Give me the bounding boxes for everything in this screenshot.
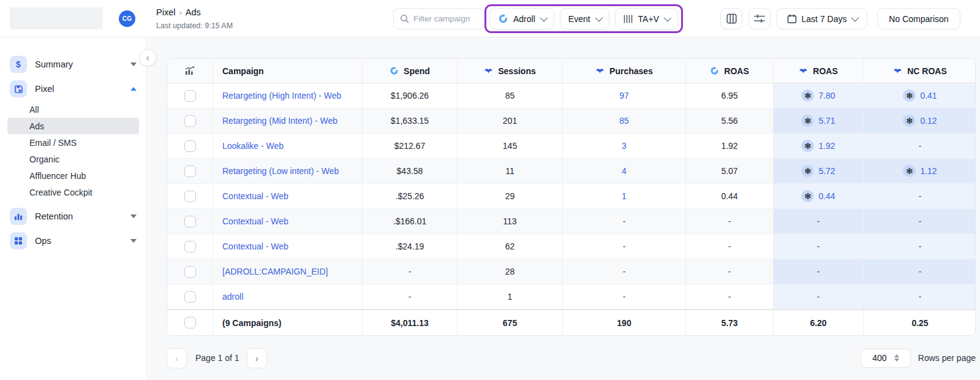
analytics-chart-icon [184, 66, 196, 76]
nc-roas-cell: 0.25 [864, 310, 976, 335]
totals-label: (9 Campaigns) [222, 318, 281, 328]
sidebar-item-ads[interactable]: Ads [7, 118, 139, 134]
prev-page-button[interactable]: ‹ [167, 348, 187, 368]
row-checkbox[interactable] [184, 115, 196, 127]
sidebar-item-label: Summary [35, 59, 130, 69]
nc-roas-cell: - [864, 234, 976, 259]
campaign-link[interactable]: Contextual - Web [222, 191, 288, 201]
search-icon [400, 14, 409, 23]
spend-cell: $1,906.26 [363, 83, 458, 108]
row-select-cell [167, 83, 213, 108]
date-range-button[interactable]: Last 7 Days [777, 8, 867, 29]
campaign-link[interactable]: Retargeting (High Intent) - Web [222, 91, 341, 101]
row-checkbox[interactable] [184, 291, 196, 303]
sessions-cell: 29 [458, 184, 563, 209]
empty-value: - [409, 292, 412, 302]
settings-button[interactable] [748, 8, 771, 29]
row-checkbox[interactable] [184, 90, 196, 102]
chevron-down-icon [130, 215, 137, 218]
sidebar-item-retention[interactable]: Retention [0, 204, 146, 229]
search-input[interactable] [413, 14, 477, 23]
row-checkbox[interactable] [184, 266, 196, 278]
row-checkbox[interactable] [184, 216, 196, 227]
rows-per-page-select[interactable]: 400 [861, 349, 911, 368]
header-cell-spend[interactable]: Spend [363, 59, 458, 83]
row-select-cell [167, 259, 213, 284]
campaign-cell: [ADROLL:CAMPAIGN_EID] [213, 259, 363, 284]
bars-icon [624, 15, 633, 23]
nc-roas-cell: - [864, 184, 976, 209]
campaign-cell: Contextual - Web [213, 184, 363, 209]
nc-roas-cell: 0.41 [864, 83, 976, 108]
last-updated-text: Last updated: 9:15 AM [156, 21, 233, 30]
purchases-link[interactable]: 97 [619, 91, 629, 101]
campaign-link[interactable]: Contextual - Web [222, 216, 288, 226]
columns-button[interactable] [720, 8, 742, 29]
row-checkbox[interactable] [184, 140, 196, 152]
spend-cell: - [363, 284, 458, 310]
sidebar-item-affluencer-hub[interactable]: Affluencer Hub [7, 167, 139, 184]
header-cell-purchases[interactable]: Purchases [563, 59, 686, 83]
row-select-cell [167, 108, 213, 134]
empty-value: - [919, 191, 922, 201]
purchases-link[interactable]: 4 [622, 166, 627, 176]
row-checkbox[interactable] [184, 241, 196, 253]
campaign-link[interactable]: Contextual - Web [222, 241, 288, 251]
sidebar-item-pixel[interactable]: Pixel [0, 77, 146, 101]
avatar[interactable]: CG [119, 10, 135, 27]
adroll-icon [390, 66, 399, 75]
campaign-filter-search[interactable] [393, 8, 484, 29]
spend-cell: $1,633.15 [363, 108, 458, 134]
campaign-cell: Contextual - Web [213, 209, 363, 234]
campaign-link[interactable]: adroll [222, 292, 243, 302]
campaign-link[interactable]: Lookalike - Web [222, 141, 284, 151]
row-checkbox[interactable] [184, 317, 196, 329]
empty-value: - [623, 292, 626, 302]
header-cell-sessions[interactable]: Sessions [458, 59, 563, 83]
pixel-badge-icon [903, 115, 916, 127]
roas-tw-cell: - [774, 234, 864, 259]
source-dropdown[interactable]: Adroll [489, 8, 554, 29]
sidebar-item-email-sms[interactable]: Email / SMS [7, 134, 139, 151]
row-checkbox[interactable] [184, 165, 196, 177]
event-dropdown[interactable]: Event [560, 8, 609, 29]
sidebar-item-ops[interactable]: Ops [0, 229, 146, 253]
metric-value: 1.12 [920, 166, 937, 176]
header-cell-roas-tw[interactable]: ROAS [774, 59, 864, 83]
metric-value: 85 [505, 91, 515, 101]
next-page-button[interactable]: › [247, 348, 267, 368]
breadcrumb-section[interactable]: Pixel [156, 7, 175, 17]
sidebar-item-summary[interactable]: $ Summary [0, 52, 146, 77]
purchases-link[interactable]: 3 [622, 141, 627, 151]
campaign-link[interactable]: [ADROLL:CAMPAIGN_EID] [222, 267, 328, 276]
roas-adroll-cell: - [686, 209, 774, 234]
campaign-cell: Retargeting (Low intent) - Web [213, 159, 363, 184]
chevron-down-icon [130, 239, 137, 243]
stepper-icon [894, 354, 899, 362]
comparison-button[interactable]: No Comparison [877, 8, 960, 29]
column-label: ROAS [724, 66, 748, 76]
roas-adroll-cell: - [686, 259, 774, 284]
attribution-dropdown[interactable]: TA+V [615, 8, 678, 29]
purchases-cell: - [563, 209, 686, 234]
sessions-cell: 11 [458, 159, 563, 184]
metric-value: 1 [508, 292, 513, 302]
campaign-link[interactable]: Retargeting (Low intent) - Web [222, 166, 339, 176]
header-cell-chart[interactable] [167, 59, 213, 83]
sidebar-collapse-button[interactable]: ‹ [139, 49, 156, 66]
sidebar-item-all[interactable]: All [7, 101, 139, 118]
purchases-link[interactable]: 1 [622, 191, 627, 201]
header-cell-campaign[interactable]: Campaign [213, 59, 363, 83]
sidebar-item-creative-cockpit[interactable]: Creative Cockpit [7, 184, 139, 200]
header-cell-nc-roas[interactable]: NC ROAS [864, 59, 976, 83]
spend-cell: $4,011.13 [363, 310, 458, 335]
column-label: ROAS [813, 66, 837, 76]
sidebar-item-organic[interactable]: Organic [7, 151, 139, 167]
metric-value: 0.12 [920, 116, 937, 126]
metric-value: .$25.26 [396, 191, 424, 201]
header-cell-roas-adroll[interactable]: ROAS [686, 59, 774, 83]
purchases-link[interactable]: 85 [619, 116, 629, 126]
row-checkbox[interactable] [184, 191, 196, 202]
campaign-link[interactable]: Retargeting (Mid Intent) - Web [222, 116, 337, 126]
dollar-icon: $ [10, 56, 27, 73]
